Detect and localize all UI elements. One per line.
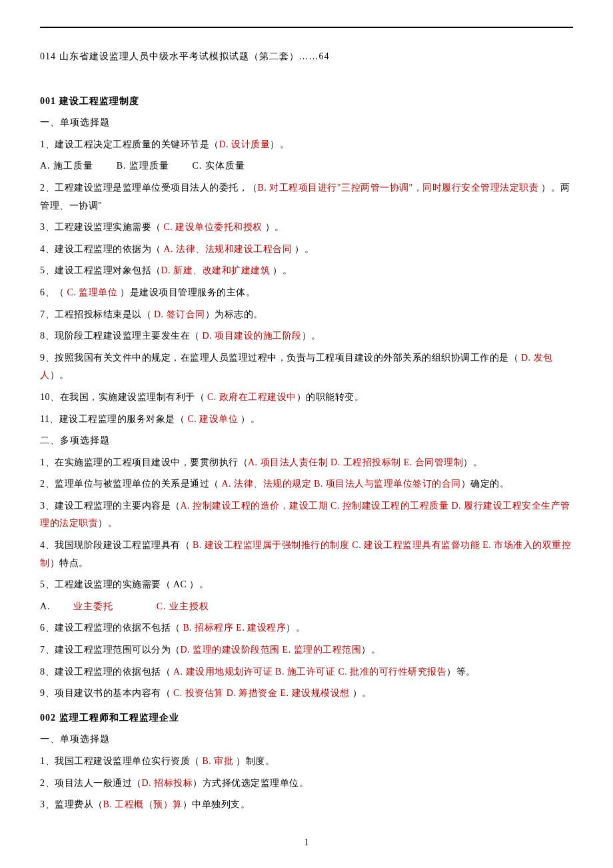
q1-option-b: B. 监理质量	[117, 161, 169, 171]
header-divider	[40, 27, 573, 28]
section-001-title: 001 建设工程监理制度	[40, 93, 573, 111]
multi-question-1: 1、在实施监理的工程项目建设中，要贯彻执行（A. 项目法人责任制 D. 工程招投…	[40, 454, 573, 472]
question-7: 7、工程招投标结束是以（ D. 签订合同）为标志的。	[40, 306, 573, 324]
mq5-option-c: C. 业主授权	[157, 601, 209, 611]
question-2: 2、工程建设监理是监理单位受项目法人的委托，（B. 对工程项目进行"三控两管一协…	[40, 179, 573, 215]
q6-end: ）是建设项目管理服务的主体。	[117, 287, 255, 297]
mq7-end: ）。	[361, 645, 380, 655]
mq9-text: 9、项目建议书的基本内容有（	[40, 688, 173, 698]
q4-answer: A. 法律、法规和建设工程合同	[164, 244, 293, 254]
mq4-text: 4、我国现阶段建设工程监理具有（	[40, 540, 193, 550]
q4-text: 4、建设工程监理的依据为（	[40, 244, 164, 254]
q8-end: ）。	[302, 331, 321, 341]
s2q3-text: 3、监理费从（	[40, 799, 103, 809]
mq1-end: ）。	[463, 457, 482, 467]
section-002-title: 002 监理工程师和工程监理企业	[40, 709, 573, 727]
multi-question-2: 2、监理单位与被监理单位的关系是通过（ A. 法律、法规的规定 B. 项目法人与…	[40, 475, 573, 493]
q8-answer: D. 项目建设的施工阶段	[203, 331, 302, 341]
s2q1-end: ）制度。	[233, 756, 275, 766]
s2q2-end: ）方式择优选定监理单位。	[193, 778, 308, 788]
page-number: 1	[40, 834, 573, 852]
mq5-text: 5、工程建设监理的实施需要（ AC ）。	[40, 579, 209, 589]
q7-text: 7、工程招投标结束是以（	[40, 309, 154, 319]
multi-question-4: 4、我国现阶段建设工程监理具有（ B. 建设工程监理属于强制推行的制度 C. 建…	[40, 537, 573, 572]
q5-text: 5、建设工程监理对象包括（	[40, 265, 161, 275]
q8-text: 8、现阶段工程建设监理主要发生在（	[40, 331, 203, 341]
mq8-end: ）等。	[446, 667, 476, 677]
mq5-option-a: A. 业主委托	[40, 601, 133, 611]
mq2-text: 2、监理单位与被监理单位的关系是通过（	[40, 479, 222, 489]
q7-end: ）为标志的。	[205, 309, 263, 319]
q1-option-c: C. 实体质量	[192, 161, 245, 171]
q1-end: ）。	[270, 139, 289, 149]
mq7-answer: D. 监理的建设阶段范围 E. 监理的工程范围	[181, 645, 362, 655]
mq7-text: 7、建设工程监理范围可以分为（	[40, 645, 181, 655]
mq6-end: ）。	[286, 623, 305, 633]
question-8: 8、现阶段工程建设监理主要发生在（ D. 项目建设的施工阶段）。	[40, 327, 573, 345]
section2-single-choice: 一、单项选择题	[40, 731, 573, 749]
mq1-text: 1、在实施监理的工程项目建设中，要贯彻执行（	[40, 457, 248, 467]
question-6: 6、（ C. 监理单位 ）是建设项目管理服务的主体。	[40, 284, 573, 302]
mq8-text: 8、建设工程监理的依据包括（	[40, 667, 173, 677]
question-5: 5、建设工程监理对象包括（D. 新建、改建和扩建建筑 ）。	[40, 262, 573, 280]
subsection-multi-choice: 二、多项选择题	[40, 432, 573, 450]
q9-end: ）。	[50, 370, 69, 380]
mq4-end: ）特点。	[50, 558, 89, 568]
q6-answer: C. 监理单位	[67, 287, 118, 297]
multi-question-3: 3、建设工程监理的主要内容是（A. 控制建设工程的造价，建设工期 C. 控制建设…	[40, 497, 573, 533]
q4-end: ）。	[292, 244, 314, 254]
q11-end: ）。	[238, 414, 260, 424]
s2q2-text: 2、项目法人一般通过（	[40, 778, 142, 788]
q10-answer: C. 政府在工程建设中	[207, 392, 297, 402]
mq3-text: 3、建设工程监理的主要内容是（	[40, 501, 181, 511]
q3-end: ）。	[263, 222, 285, 232]
q1-text: 1、建设工程决定工程质量的关键环节是（	[40, 139, 219, 149]
mq2-end: ）确定的。	[461, 479, 510, 489]
question-9: 9、按照我国有关文件中的规定，在监理人员监理过程中，负责与工程项目建设的外部关系…	[40, 349, 573, 385]
subsection-single-choice: 一、单项选择题	[40, 114, 573, 132]
multi-question-6: 6、建设工程监理的依据不包括（ B. 招标程序 E. 建设程序）。	[40, 619, 573, 637]
question-3: 3、工程建设监理实施需要（ C. 建设单位委托和授权 ）。	[40, 219, 573, 237]
q5-answer: D. 新建、改建和扩建建筑	[161, 265, 271, 275]
q2-text: 2、工程建设监理是监理单位受项目法人的委托，（	[40, 183, 258, 193]
s2q1-answer: B. 审批	[203, 756, 234, 766]
multi-question-9: 9、项目建议书的基本内容有（ C. 投资估算 D. 筹措资金 E. 建设规模设想…	[40, 685, 573, 703]
mq5-options: A. 业主委托 C. 业主授权	[40, 598, 573, 616]
q2-answer: B. 对工程项目进行"三控两管一协调"，同时履行安全管理法定职责	[258, 183, 539, 193]
q6-text: 6、（	[40, 287, 67, 297]
q11-answer: C. 建设单位	[187, 414, 238, 424]
toc-reference: 014 山东省建设监理人员中级水平考试模拟试题（第二套）……64	[40, 48, 573, 66]
q3-text: 3、工程建设监理实施需要（	[40, 222, 164, 232]
mq1-answer: A. 项目法人责任制 D. 工程招投标制 E. 合同管理制	[248, 457, 463, 467]
s2-question-3: 3、监理费从（B. 工程概（预）算）中单独列支。	[40, 796, 573, 814]
q11-text: 11、建设工程监理的服务对象是（	[40, 414, 187, 424]
mq9-end: ）。	[350, 688, 372, 698]
question-10: 10、在我国，实施建设监理制有利于（ C. 政府在工程建设中）的职能转变。	[40, 389, 573, 407]
s2-question-1: 1、我国工程建设监理单位实行资质（ B. 审批 ）制度。	[40, 753, 573, 771]
question-1: 1、建设工程决定工程质量的关键环节是（D. 设计质量）。	[40, 136, 573, 154]
question-4: 4、建设工程监理的依据为（ A. 法律、法规和建设工程合同 ）。	[40, 241, 573, 259]
mq6-answer: B. 招标程序 E. 建设程序	[183, 623, 287, 633]
mq3-end: ）。	[98, 518, 117, 528]
mq6-text: 6、建设工程监理的依据不包括（	[40, 623, 183, 633]
s2q3-end: ）中单独列支。	[183, 799, 251, 809]
s2q2-answer: D. 招标投标	[142, 778, 193, 788]
q9-text: 9、按照我国有关文件中的规定，在监理人员监理过程中，负责与工程项目建设的外部关系…	[40, 353, 521, 363]
q1-answer: D. 设计质量	[219, 139, 271, 149]
s2q3-answer: B. 工程概（预）算	[103, 799, 183, 809]
q1-options: A. 施工质量 B. 监理质量 C. 实体质量	[40, 157, 573, 175]
q5-end: ）。	[270, 265, 292, 275]
q10-text: 10、在我国，实施建设监理制有利于（	[40, 392, 207, 402]
q3-answer: C. 建设单位委托和授权	[164, 222, 263, 232]
s2-question-2: 2、项目法人一般通过（D. 招标投标）方式择优选定监理单位。	[40, 775, 573, 793]
q7-answer: D. 签订合同	[154, 309, 205, 319]
question-11: 11、建设工程监理的服务对象是（ C. 建设单位 ）。	[40, 411, 573, 429]
multi-question-8: 8、建设工程监理的依据包括（ A. 建设用地规划许可证 B. 施工许可证 C. …	[40, 663, 573, 681]
multi-question-5: 5、工程建设监理的实施需要（ AC ）。	[40, 576, 573, 594]
mq2-answer: A. 法律、法规的规定 B. 项目法人与监理单位签订的合同	[222, 479, 461, 489]
q10-end: ）的职能转变。	[297, 392, 364, 402]
multi-question-7: 7、建设工程监理范围可以分为（D. 监理的建设阶段范围 E. 监理的工程范围）。	[40, 641, 573, 659]
mq8-answer: A. 建设用地规划许可证 B. 施工许可证 C. 批准的可行性研究报告	[173, 667, 446, 677]
q1-option-a: A. 施工质量	[40, 161, 93, 171]
mq9-answer: C. 投资估算 D. 筹措资金 E. 建设规模设想	[173, 688, 350, 698]
